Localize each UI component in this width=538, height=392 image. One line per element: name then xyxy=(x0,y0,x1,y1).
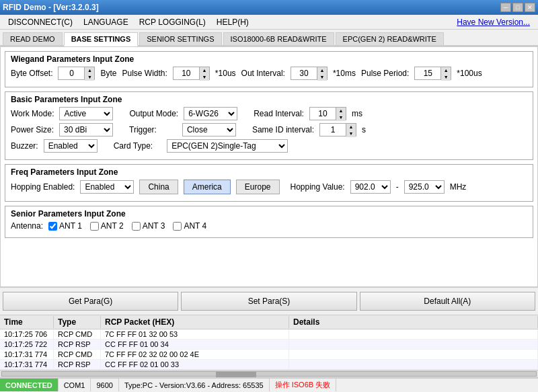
ant1-label: ANT 1 xyxy=(59,221,82,231)
pulse-width-input[interactable] xyxy=(173,67,200,80)
mhz-label: MHz xyxy=(450,182,467,192)
ant2-label: ANT 2 xyxy=(101,221,124,231)
log-type-3: RCP RSP xyxy=(54,360,101,369)
log-type-1: RCP RSP xyxy=(54,340,101,349)
menu-language[interactable]: LANGUAGE xyxy=(78,16,134,28)
tab-iso18000[interactable]: ISO18000-6B READ&WRITE xyxy=(223,32,334,45)
header-packet: RCP Packet (HEX) xyxy=(101,316,289,328)
menu-bar: DISCONNECT(C) LANGUAGE RCP LOGGING(L) HE… xyxy=(0,15,538,30)
status-type-info: Type:PC - Version:V3.66 - Address: 65535 xyxy=(119,379,270,391)
europe-button[interactable]: Europe xyxy=(236,180,280,194)
hopping-min-select[interactable]: 902.0 915.0 xyxy=(350,180,391,194)
horizontal-scroll[interactable] xyxy=(0,370,538,378)
hopping-value-label: Hopping Value: xyxy=(291,182,345,192)
log-time-2: 10:17:31 774 xyxy=(0,350,54,359)
pulse-period-unit: *100us xyxy=(457,69,482,78)
tab-base-settings[interactable]: BASE SETTINGS xyxy=(64,32,139,46)
out-interval-input[interactable] xyxy=(291,67,317,80)
menu-disconnect[interactable]: DISCONNECT(C) xyxy=(3,16,78,28)
hopping-select[interactable]: Enabled Disabled xyxy=(80,180,134,194)
power-size-label: Power Size: xyxy=(11,125,54,134)
log-packet-2: 7C FF FF 02 32 02 00 02 4E xyxy=(101,350,289,359)
close-button[interactable]: ✕ xyxy=(525,3,535,12)
same-id-up[interactable]: ▲ xyxy=(346,124,356,130)
out-interval-spinner[interactable]: ▲ ▼ xyxy=(291,67,328,80)
same-id-spinner[interactable]: ▲ ▼ xyxy=(319,123,356,136)
menu-rcp-logging[interactable]: RCP LOGGING(L) xyxy=(134,16,211,28)
out-interval-up[interactable]: ▲ xyxy=(317,67,327,74)
same-id-label: Same ID interval: xyxy=(252,125,314,134)
scroll-thumb[interactable] xyxy=(216,372,256,377)
pulse-period-down[interactable]: ▼ xyxy=(441,74,451,81)
output-mode-select[interactable]: 6-WG26 4-WG34 RS232 xyxy=(184,107,237,120)
pulse-width-down[interactable]: ▼ xyxy=(200,74,209,81)
pulse-width-unit: *10us xyxy=(215,69,236,78)
default-all-button[interactable]: Default All(A) xyxy=(360,292,535,311)
byte-offset-down[interactable]: ▼ xyxy=(85,74,94,81)
read-interval-spinner[interactable]: ▲ ▼ xyxy=(309,107,346,120)
byte-offset-spinner[interactable]: ▲ ▼ xyxy=(58,67,95,80)
byte-label: Byte xyxy=(100,69,116,78)
status-bar: CONNECTED COM1 9600 Type:PC - Version:V3… xyxy=(0,378,538,391)
ant1-checkbox[interactable] xyxy=(48,222,57,231)
read-interval-input[interactable] xyxy=(309,107,336,120)
byte-offset-up[interactable]: ▲ xyxy=(85,67,94,74)
status-com: COM1 xyxy=(59,379,91,391)
action-btn-row: Get Para(G) Set Para(S) Default All(A) xyxy=(0,287,538,315)
ant2-item: ANT 2 xyxy=(90,221,124,231)
out-interval-down[interactable]: ▼ xyxy=(317,74,327,81)
set-para-button[interactable]: Set Para(S) xyxy=(181,292,356,311)
get-para-button[interactable]: Get Para(G) xyxy=(3,292,178,311)
header-type: Type xyxy=(54,316,101,328)
wiegand-row: Byte Offset: ▲ ▼ Byte Pulse Width: ▲ ▼ *… xyxy=(11,67,527,80)
log-type-2: RCP CMD xyxy=(54,350,101,359)
byte-offset-input[interactable] xyxy=(58,67,85,80)
pulse-period-spinner[interactable]: ▲ ▼ xyxy=(414,67,451,80)
tab-read-demo[interactable]: READ DEMO xyxy=(3,32,63,45)
minimize-button[interactable]: ─ xyxy=(500,3,511,12)
log-row-3: 10:17:31 774 RCP RSP CC FF FF 02 01 00 3… xyxy=(0,360,538,370)
header-details: Details xyxy=(289,316,538,328)
same-id-input[interactable] xyxy=(319,123,346,136)
freq-title: Freq Parameters Input Zone xyxy=(11,167,527,177)
ant2-checkbox[interactable] xyxy=(90,222,99,231)
content-spacer xyxy=(5,242,533,282)
ant3-checkbox[interactable] xyxy=(132,222,141,231)
basic-zone: Basic Parameters Input Zone Work Mode: A… xyxy=(5,91,533,160)
buzzer-select[interactable]: Enabled Disabled xyxy=(44,139,98,153)
log-type-0: RCP CMD xyxy=(54,329,101,339)
same-id-unit: s xyxy=(362,125,366,134)
maximize-button[interactable]: □ xyxy=(512,3,523,12)
ant4-checkbox[interactable] xyxy=(173,222,182,231)
power-size-select[interactable]: 30 dBi 27 dBi 20 dBi xyxy=(59,123,113,136)
log-row-2: 10:17:31 774 RCP CMD 7C FF FF 02 32 02 0… xyxy=(0,350,538,360)
read-interval-up[interactable]: ▲ xyxy=(336,108,346,114)
card-type-select[interactable]: EPC(GEN 2)Single-Tag EPC(GEN 2)Multi-Tag… xyxy=(167,139,288,153)
hopping-max-select[interactable]: 925.0 928.0 xyxy=(404,180,445,194)
same-id-down[interactable]: ▼ xyxy=(346,130,356,137)
tab-senior-settings[interactable]: SENIOR SETTINGS xyxy=(139,32,221,45)
log-details-0 xyxy=(289,329,538,339)
menu-help[interactable]: HELP(H) xyxy=(211,16,254,28)
read-interval-down[interactable]: ▼ xyxy=(336,114,346,121)
log-details-3 xyxy=(289,360,538,369)
new-version-link[interactable]: Have New Version... xyxy=(457,17,535,27)
pulse-width-up[interactable]: ▲ xyxy=(200,67,209,74)
ant3-item: ANT 3 xyxy=(132,221,165,231)
log-details-1 xyxy=(289,340,538,349)
freq-zone: Freq Parameters Input Zone Hopping Enabl… xyxy=(5,164,533,202)
america-button[interactable]: America xyxy=(184,180,231,194)
main-content: Wiegand Parameters Input Zone Byte Offse… xyxy=(0,46,538,287)
work-mode-select[interactable]: Active Trigger Command xyxy=(59,107,113,120)
pulse-width-spinner[interactable]: ▲ ▼ xyxy=(173,67,210,80)
scroll-track[interactable] xyxy=(1,371,537,377)
ant1-item: ANT 1 xyxy=(48,221,82,231)
china-button[interactable]: China xyxy=(139,180,178,194)
pulse-period-input[interactable] xyxy=(414,67,441,80)
tab-epc-gen2[interactable]: EPC(GEN 2) READ&WRITE xyxy=(336,32,444,45)
status-error: 操作 ISO6B 失败 xyxy=(270,379,337,391)
pulse-period-up[interactable]: ▲ xyxy=(441,67,451,74)
output-mode-label: Output Mode: xyxy=(129,109,178,118)
trigger-select[interactable]: Close Open xyxy=(182,123,236,136)
card-type-label: Card Type: xyxy=(114,141,153,151)
